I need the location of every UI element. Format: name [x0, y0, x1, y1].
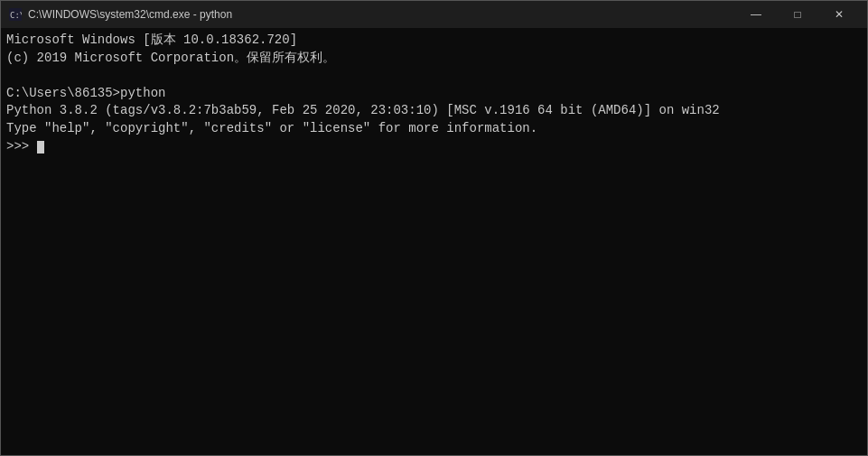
window-title: C:\WINDOWS\system32\cmd.exe - python — [28, 8, 735, 21]
window-controls: — □ ✕ — [735, 1, 860, 28]
terminal-prompt: >>> — [6, 138, 862, 156]
terminal-output[interactable]: Microsoft Windows [版本 10.0.18362.720] (c… — [1, 28, 867, 455]
terminal-line-5: Python 3.8.2 (tags/v3.8.2:7b3ab59, Feb 2… — [6, 102, 862, 120]
titlebar: C:\ C:\WINDOWS\system32\cmd.exe - python… — [1, 1, 867, 28]
close-button[interactable]: ✕ — [818, 1, 860, 28]
terminal-line-4: C:\Users\86135>python — [6, 85, 862, 103]
terminal-cursor — [37, 141, 44, 154]
maximize-button[interactable]: □ — [777, 1, 818, 28]
svg-text:C:\: C:\ — [10, 11, 22, 20]
terminal-line-6: Type "help", "copyright", "credits" or "… — [6, 120, 862, 138]
terminal-line-2: (c) 2019 Microsoft Corporation。保留所有权利。 — [6, 50, 862, 68]
terminal-line-3 — [6, 67, 862, 85]
cmd-icon: C:\ — [8, 7, 23, 22]
terminal-line-1: Microsoft Windows [版本 10.0.18362.720] — [6, 32, 862, 50]
minimize-button[interactable]: — — [735, 1, 777, 28]
cmd-window: C:\ C:\WINDOWS\system32\cmd.exe - python… — [0, 0, 868, 456]
